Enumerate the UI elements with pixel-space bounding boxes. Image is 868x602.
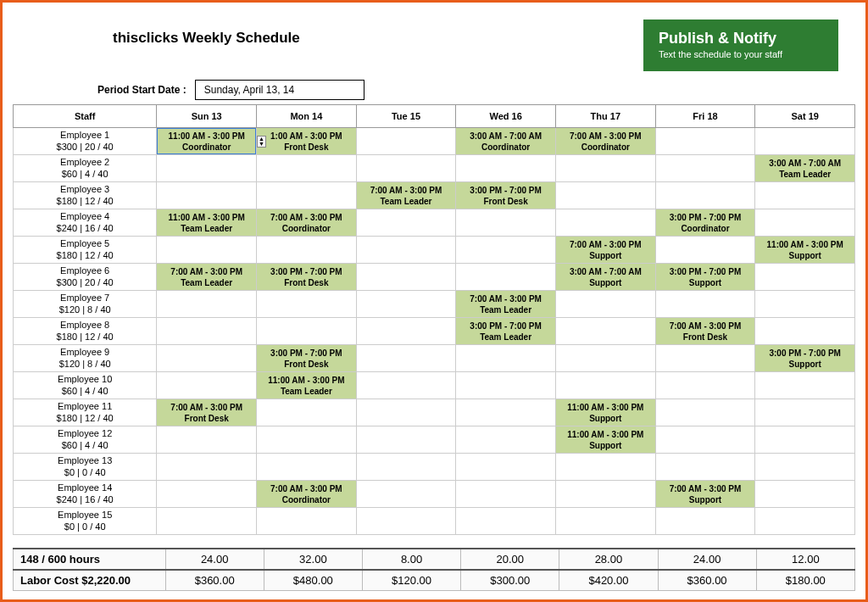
schedule-cell[interactable] [755,318,855,345]
schedule-cell[interactable] [356,399,456,426]
schedule-cell[interactable] [755,182,855,209]
shift-block[interactable]: 3:00 PM - 7:00 PMFront Desk [456,182,555,209]
schedule-cell[interactable]: 7:00 AM - 3:00 PMSupport [655,481,755,508]
schedule-cell[interactable]: 3:00 PM - 7:00 PMTeam Leader [456,318,556,345]
schedule-cell[interactable] [157,372,257,399]
schedule-cell[interactable] [755,454,855,481]
shift-block[interactable]: 7:00 AM - 3:00 PMSupport [656,481,755,507]
shift-block[interactable]: 3:00 PM - 7:00 PMTeam Leader [456,318,555,344]
shift-block[interactable]: 3:00 PM - 7:00 PMFront Desk [257,345,356,371]
shift-block[interactable]: 3:00 PM - 7:00 PMFront Desk [257,264,356,290]
schedule-cell[interactable]: 7:00 AM - 3:00 PMCoordinator [257,481,357,508]
schedule-cell[interactable] [456,481,556,508]
schedule-cell[interactable]: 3:00 PM - 7:00 PMFront Desk [257,345,357,372]
schedule-cell[interactable] [456,426,556,454]
schedule-cell[interactable] [257,426,357,454]
schedule-cell[interactable] [356,155,456,182]
shift-block[interactable]: 11:00 AM - 3:00 PMSupport [755,237,854,263]
schedule-cell[interactable] [356,209,456,237]
schedule-cell[interactable] [157,426,257,454]
schedule-cell[interactable]: 3:00 PM - 7:00 PMFront Desk [456,182,556,209]
schedule-cell[interactable] [456,237,556,264]
shift-block[interactable]: 3:00 AM - 7:00 AMSupport [556,264,655,290]
schedule-cell[interactable]: 11:00 AM - 3:00 PMTeam Leader [257,372,357,399]
schedule-cell[interactable] [157,291,257,318]
schedule-cell[interactable] [555,182,655,209]
schedule-cell[interactable] [755,399,855,426]
schedule-cell[interactable] [157,182,257,209]
schedule-cell[interactable] [655,508,755,535]
schedule-cell[interactable] [755,209,855,237]
schedule-cell[interactable] [755,508,855,535]
schedule-cell[interactable]: 7:00 AM - 3:00 PMFront Desk [157,399,257,426]
schedule-cell[interactable] [555,345,655,372]
schedule-cell[interactable] [257,399,357,426]
schedule-cell[interactable] [356,508,456,535]
schedule-cell[interactable] [655,372,755,399]
shift-block[interactable]: 7:00 AM - 3:00 PMTeam Leader [357,182,456,209]
shift-block[interactable]: 3:00 PM - 7:00 PMSupport [755,345,854,371]
schedule-cell[interactable] [655,155,755,182]
schedule-cell[interactable]: 3:00 PM - 7:00 PMSupport [755,345,855,372]
schedule-cell[interactable] [655,345,755,372]
schedule-cell[interactable]: 11:00 AM - 3:00 PMSupport [555,426,655,454]
schedule-cell[interactable] [157,345,257,372]
schedule-cell[interactable] [755,264,855,291]
schedule-cell[interactable]: 3:00 PM - 7:00 PMSupport [655,264,755,291]
shift-block[interactable]: 7:00 AM - 3:00 PMCoordinator [257,481,356,507]
schedule-cell[interactable] [257,318,357,345]
schedule-cell[interactable] [157,454,257,481]
shift-block[interactable]: 3:00 AM - 7:00 AMCoordinator [456,128,555,154]
schedule-cell[interactable] [356,372,456,399]
publish-notify-button[interactable]: Publish & Notify Text the schedule to yo… [643,20,838,71]
schedule-cell[interactable]: 7:00 AM - 3:00 PMSupport [555,237,655,264]
schedule-cell[interactable]: 3:00 PM - 7:00 PMFront Desk [257,264,357,291]
schedule-cell[interactable]: 3:00 AM - 7:00 AMCoordinator [456,128,556,155]
schedule-cell[interactable] [356,128,456,155]
schedule-cell[interactable] [257,291,357,318]
shift-block[interactable]: 7:00 AM - 3:00 PMCoordinator [257,209,356,236]
schedule-cell[interactable] [655,128,755,155]
schedule-cell[interactable]: 7:00 AM - 3:00 PMTeam Leader [356,182,456,209]
schedule-cell[interactable] [456,454,556,481]
period-date-input[interactable]: Sunday, April 13, 14 [195,80,364,100]
schedule-cell[interactable] [157,155,257,182]
schedule-cell[interactable] [356,454,456,481]
schedule-cell[interactable] [456,209,556,237]
schedule-cell[interactable] [456,264,556,291]
shift-block[interactable]: 3:00 PM - 7:00 PMCoordinator [656,209,755,236]
schedule-cell[interactable]: 7:00 AM - 3:00 PMFront Desk [655,318,755,345]
schedule-cell[interactable] [655,426,755,454]
schedule-cell[interactable] [555,372,655,399]
schedule-cell[interactable] [356,481,456,508]
schedule-cell[interactable] [157,318,257,345]
cell-stepper-icon[interactable]: ▲▼ [257,136,266,148]
schedule-cell[interactable] [456,399,556,426]
schedule-cell[interactable]: 7:00 AM - 3:00 PMTeam Leader [157,264,257,291]
shift-block[interactable]: 7:00 AM - 3:00 PMFront Desk [157,399,256,426]
shift-block[interactable]: 1:00 AM - 3:00 PMFront Desk [257,128,356,154]
schedule-cell[interactable] [257,237,357,264]
schedule-cell[interactable] [555,318,655,345]
schedule-cell[interactable] [257,155,357,182]
schedule-cell[interactable]: 1:00 AM - 3:00 PMFront Desk [257,128,357,155]
shift-block[interactable]: 7:00 AM - 3:00 PMTeam Leader [456,291,555,317]
shift-block[interactable]: 7:00 AM - 3:00 PMSupport [556,237,655,263]
schedule-cell[interactable] [555,291,655,318]
schedule-cell[interactable] [356,345,456,372]
schedule-cell[interactable] [555,481,655,508]
schedule-cell[interactable] [456,372,556,399]
schedule-cell[interactable] [755,481,855,508]
schedule-cell[interactable] [555,454,655,481]
schedule-cell[interactable] [755,291,855,318]
schedule-cell[interactable]: 3:00 AM - 7:00 AMSupport [555,264,655,291]
schedule-cell[interactable] [356,237,456,264]
shift-block[interactable]: 11:00 AM - 3:00 PMSupport [556,426,655,453]
schedule-cell[interactable]: 7:00 AM - 3:00 PMTeam Leader [456,291,556,318]
shift-block[interactable]: 7:00 AM - 3:00 PMCoordinator [556,128,655,154]
schedule-cell[interactable] [356,318,456,345]
schedule-cell[interactable] [257,454,357,481]
schedule-cell[interactable] [755,426,855,454]
schedule-cell[interactable] [456,155,556,182]
shift-block[interactable]: 7:00 AM - 3:00 PMTeam Leader [157,264,256,290]
